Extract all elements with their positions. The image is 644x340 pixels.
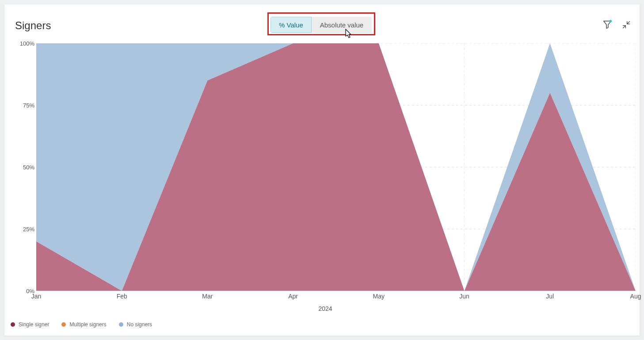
legend-label: Single signer [19, 321, 49, 328]
toggle-absolute-value[interactable]: Absolute value [312, 17, 372, 33]
x-axis-year: 2024 [318, 305, 332, 312]
x-tick: Jan [31, 293, 42, 300]
x-tick: Jul [546, 293, 554, 300]
legend-item-no-signers[interactable]: No signers [119, 321, 152, 328]
y-tick: 50% [15, 164, 34, 171]
legend-swatch [119, 322, 123, 327]
y-tick: 25% [15, 226, 34, 233]
toggle-percent-value[interactable]: % Value [271, 17, 312, 33]
legend-label: Multiple signers [69, 321, 106, 328]
value-mode-toggle: % Value Absolute value [271, 17, 372, 33]
x-tick: Apr [288, 293, 298, 300]
x-tick: Jun [459, 293, 469, 300]
funnel-icon [602, 19, 612, 29]
legend-item-multiple-signers[interactable]: Multiple signers [61, 321, 106, 328]
collapse-arrows-icon [622, 20, 631, 29]
legend-label: No signers [127, 321, 152, 328]
x-tick: May [373, 293, 385, 300]
legend-swatch [11, 322, 15, 327]
legend-item-single-signer[interactable]: Single signer [11, 321, 49, 328]
chart-area: 100% 75% 50% 25% 0% JanFebMarAprMayJunJu… [15, 43, 636, 317]
y-tick: 75% [15, 102, 34, 109]
chart-card: Signers % Value Absolute value 100 [4, 4, 640, 336]
svg-point-0 [610, 20, 612, 23]
legend: Single signer Multiple signers No signer… [9, 318, 152, 331]
collapse-button[interactable] [622, 20, 632, 30]
card-header: Signers % Value Absolute value [4, 4, 640, 39]
y-tick: 100% [15, 40, 34, 47]
filter-button[interactable] [602, 19, 612, 29]
chart-plot[interactable] [36, 43, 636, 291]
x-tick: Aug [630, 293, 641, 300]
x-tick: Mar [202, 293, 213, 300]
x-tick: Feb [117, 293, 127, 300]
chart-title: Signers [15, 19, 51, 32]
legend-swatch [61, 322, 66, 327]
